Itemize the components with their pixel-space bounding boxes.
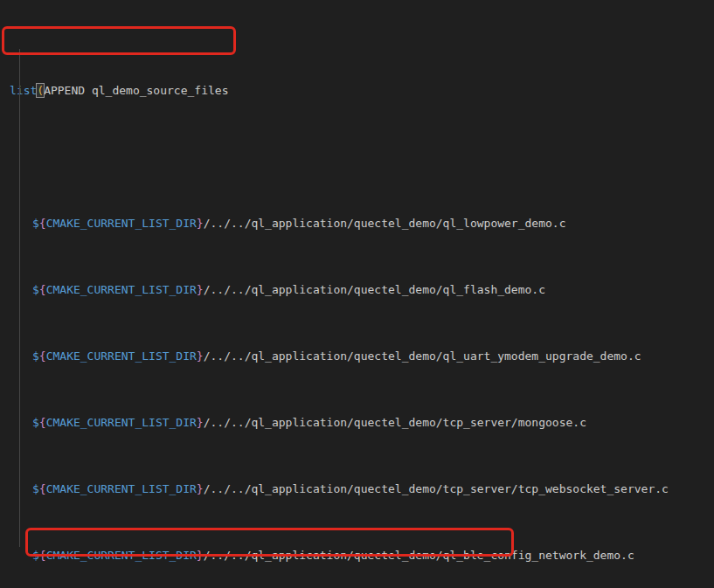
file-path: /../../ql_application/quectel_demo/ql_bl… xyxy=(204,549,634,562)
source-file-line[interactable]: ${CMAKE_CURRENT_LIST_DIR}/../../ql_appli… xyxy=(10,414,669,431)
variable-name: CMAKE_CURRENT_LIST_DIR xyxy=(46,549,197,562)
source-file-line[interactable]: ${CMAKE_CURRENT_LIST_DIR}/../../ql_appli… xyxy=(10,281,669,298)
list-arguments: APPEND ql_demo_source_files xyxy=(44,84,228,97)
source-file-line[interactable]: ${CMAKE_CURRENT_LIST_DIR}/../../ql_appli… xyxy=(10,481,669,497)
close-brace: } xyxy=(197,482,204,495)
close-brace: } xyxy=(197,283,204,296)
open-brace: { xyxy=(39,549,46,562)
file-path: /../../ql_application/quectel_demo/tcp_s… xyxy=(204,416,586,429)
code-editor[interactable]: list(APPEND ql_demo_source_files ${CMAKE… xyxy=(10,32,669,588)
open-brace: { xyxy=(39,482,46,495)
close-brace: } xyxy=(197,416,204,429)
open-brace: { xyxy=(39,283,46,296)
indent-guide xyxy=(19,49,20,547)
dollar-sign: $ xyxy=(32,283,39,296)
source-file-line[interactable]: ${CMAKE_CURRENT_LIST_DIR}/../../ql_appli… xyxy=(10,215,669,232)
close-brace: } xyxy=(197,217,204,230)
variable-name: CMAKE_CURRENT_LIST_DIR xyxy=(46,482,197,495)
close-brace: } xyxy=(197,349,204,363)
variable-name: CMAKE_CURRENT_LIST_DIR xyxy=(46,217,197,230)
open-brace: { xyxy=(39,349,46,363)
list-command: list xyxy=(10,84,37,97)
dollar-sign: $ xyxy=(32,349,39,363)
dollar-sign: $ xyxy=(32,217,39,230)
list-command-line[interactable]: list(APPEND ql_demo_source_files xyxy=(10,82,669,99)
close-brace: } xyxy=(197,549,204,562)
variable-name: CMAKE_CURRENT_LIST_DIR xyxy=(46,283,197,296)
file-path: /../../ql_application/quectel_demo/ql_lo… xyxy=(204,217,566,230)
variable-name: CMAKE_CURRENT_LIST_DIR xyxy=(46,416,197,429)
dollar-sign: $ xyxy=(32,416,39,429)
open-paren: ( xyxy=(37,84,44,97)
source-file-line[interactable]: ${CMAKE_CURRENT_LIST_DIR}/../../ql_appli… xyxy=(10,348,669,364)
file-path: /../../ql_application/quectel_demo/ql_ua… xyxy=(204,349,641,363)
open-brace: { xyxy=(39,416,46,429)
file-path: /../../ql_application/quectel_demo/tcp_s… xyxy=(204,482,669,495)
variable-name: CMAKE_CURRENT_LIST_DIR xyxy=(46,349,197,363)
open-brace: { xyxy=(39,217,46,230)
file-path: /../../ql_application/quectel_demo/ql_fl… xyxy=(204,283,545,296)
dollar-sign: $ xyxy=(32,549,39,562)
source-file-line[interactable]: ${CMAKE_CURRENT_LIST_DIR}/../../ql_appli… xyxy=(10,547,669,564)
dollar-sign: $ xyxy=(32,482,39,495)
source-file-list: ${CMAKE_CURRENT_LIST_DIR}/../../ql_appli… xyxy=(10,149,669,588)
